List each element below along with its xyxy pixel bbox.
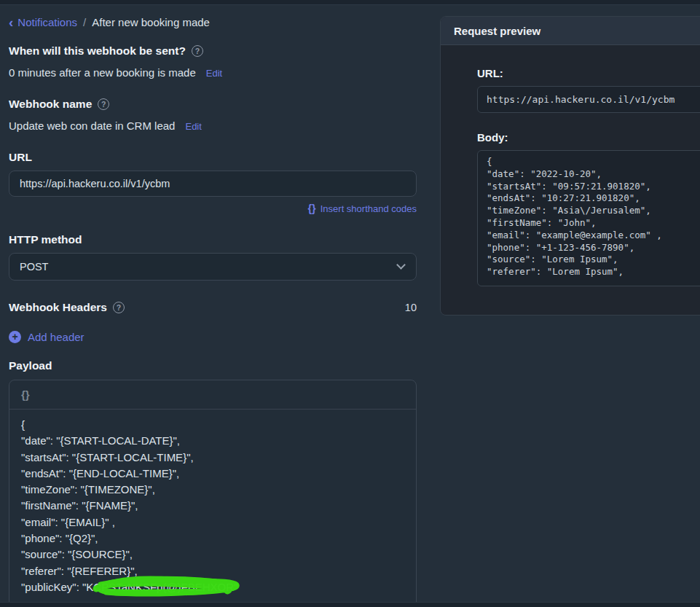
payload-json-text[interactable]: {"date": "{START-LOCAL-DATE}","startsAt"… — [9, 410, 416, 607]
preview-body-line: "source": "Lorem Ipsum", — [487, 254, 700, 266]
request-preview-panel: Request preview URL: https://api.hackeru… — [440, 16, 700, 316]
breadcrumb-back-label: Notifications — [17, 16, 77, 28]
breadcrumb: ‹ Notifications / After new booking made — [9, 16, 417, 28]
edit-when-sent-button[interactable]: Edit — [206, 68, 222, 79]
publickey-prefix: "publicKey": " — [21, 581, 86, 593]
url-input[interactable]: https://api.hackeru.co.il/v1/ycbm — [9, 171, 417, 197]
http-method-label: HTTP method — [9, 233, 82, 246]
help-icon[interactable]: ? — [98, 98, 109, 110]
publickey-tail: R" — [226, 581, 237, 593]
preview-body-line: "email": "example@example.com" , — [487, 230, 700, 242]
chevron-down-icon — [396, 260, 406, 270]
help-icon[interactable]: ? — [192, 45, 203, 57]
payload-line: "endsAt": "{END-LOCAL-TIME}", — [21, 466, 404, 482]
payload-line: "email": "{EMAIL}" , — [21, 514, 404, 530]
preview-body-line: "referer": "Lorem Ipsum", — [487, 266, 700, 278]
preview-body-line: "date": "2022-10-20", — [487, 168, 700, 181]
payload-editor[interactable]: {} {"date": "{START-LOCAL-DATE}","starts… — [9, 380, 417, 607]
preview-body-line: { — [487, 156, 700, 168]
url-label: URL — [9, 151, 32, 164]
payload-line: "date": "{START-LOCAL-DATE}", — [21, 433, 404, 449]
preview-body-line: "startsAt": "09:57:21.901820", — [487, 181, 700, 193]
bottom-bar — [0, 602, 700, 607]
preview-url-value: https://api.hackeru.co.il/v1/ycbm — [487, 94, 675, 105]
http-method-select[interactable]: POST — [9, 253, 417, 281]
payload-line: "firstName": "{FNAME}", — [21, 498, 404, 514]
edit-webhook-name-button[interactable]: Edit — [185, 121, 201, 132]
breadcrumb-separator: / — [83, 16, 86, 28]
preview-body-line: "timeZone": "Asia\/Jerusalem", — [487, 205, 700, 217]
plus-circle-icon: + — [9, 331, 21, 343]
payload-lines: {"date": "{START-LOCAL-DATE}","startsAt"… — [21, 417, 404, 579]
request-preview-body: URL: https://api.hackeru.co.il/v1/ycbm B… — [441, 45, 700, 286]
payload-line: { — [21, 417, 404, 433]
preview-body-label: Body: — [477, 131, 700, 144]
back-chevron-icon: ‹ — [9, 17, 13, 28]
when-sent-heading: When will this webhook be sent? — [9, 44, 186, 58]
preview-body-box: {"date": "2022-10-20","startsAt": "09:57… — [477, 150, 700, 286]
payload-line: "phone": "{Q2}", — [21, 530, 404, 547]
request-preview-header: Request preview — [441, 17, 700, 45]
webhook-headers-heading: Webhook Headers — [9, 301, 107, 314]
webhook-name-heading: Webhook name — [9, 98, 92, 111]
publickey-masked-value: KCPSTaNKSFp(@)FBEHXO — [86, 581, 226, 593]
add-header-label: Add header — [28, 331, 84, 343]
add-header-button[interactable]: + Add header — [9, 331, 84, 343]
url-input-value: https://api.hackeru.co.il/v1/ycbm — [20, 178, 170, 189]
webhook-settings-column: ‹ Notifications / After new booking made… — [9, 6, 417, 607]
http-method-selected: POST — [20, 261, 48, 273]
breadcrumb-current: After new booking made — [92, 16, 210, 28]
request-preview-title: Request preview — [454, 25, 540, 37]
preview-body-line: "endsAt": "10:27:21.901820", — [487, 192, 700, 205]
when-sent-value: 0 minutes after a new booking is made — [9, 66, 196, 79]
preview-body-lines: {"date": "2022-10-20","startsAt": "09:57… — [487, 156, 700, 278]
preview-url-box: https://api.hackeru.co.il/v1/ycbm — [477, 86, 700, 113]
headers-count-badge: 10 — [405, 302, 417, 313]
payload-line: "source": "{SOURCE}", — [21, 547, 404, 563]
preview-body-line: "firstName": "John", — [487, 217, 700, 230]
insert-shorthand-codes-label: Insert shorthand codes — [320, 203, 417, 214]
preview-body-line: "phone": "+1-123-456-7890", — [487, 242, 700, 254]
braces-icon: {} — [307, 203, 315, 214]
payload-line: "startsAt": "{START-LOCAL-TIME}", — [21, 450, 404, 466]
top-bar — [0, 0, 700, 5]
payload-label: Payload — [9, 359, 52, 372]
payload-toolbar: {} — [9, 380, 416, 410]
payload-line: "timeZone": "{TIMEZONE}", — [21, 482, 404, 498]
insert-shorthand-codes-link[interactable]: {} Insert shorthand codes — [307, 203, 417, 214]
help-icon[interactable]: ? — [113, 302, 125, 313]
braces-icon[interactable]: {} — [21, 388, 30, 401]
payload-line: "referer": "{REFERER}", — [21, 563, 404, 579]
breadcrumb-back-link[interactable]: ‹ Notifications — [9, 16, 77, 28]
webhook-name-value: Update web con date in CRM lead — [9, 120, 175, 132]
preview-url-label: URL: — [477, 67, 700, 79]
